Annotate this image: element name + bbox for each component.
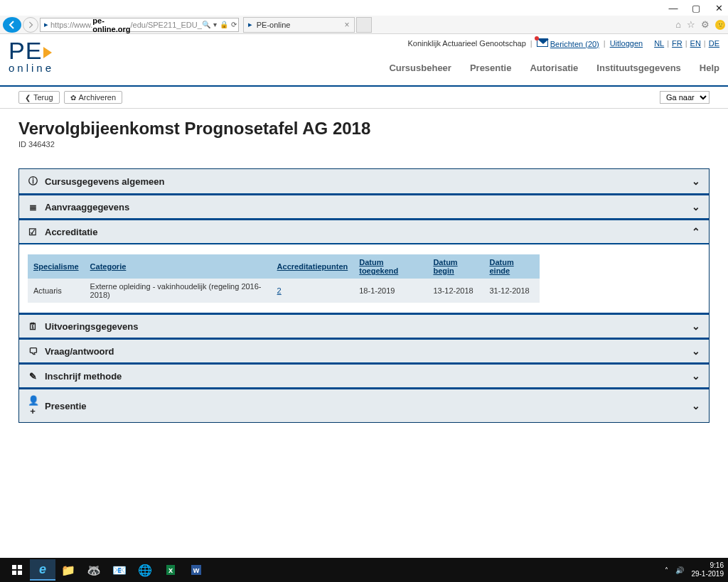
page-id: ID 346432 [18,140,710,149]
panel-inschrijfmethode[interactable]: ✎ Inschrijf methode ⌄ [19,362,709,387]
taskbar-clock[interactable]: 9:16 29-1-2019 [691,561,724,578]
panel-label: Inschrijf methode [45,371,122,382]
cell-einde: 31-12-2018 [483,279,540,303]
user-plus-icon: 👤+ [28,395,38,416]
url-controls: 🔍▾ 🔒 ⟳ [202,21,237,28]
taskbar-ie[interactable]: e [30,559,55,581]
url-www: www. [74,21,92,29]
col-specialisme[interactable]: Specialisme [28,254,85,279]
panel-presentie[interactable]: 👤+ Presentie ⌄ [19,387,709,422]
window-close-button[interactable]: ✕ [714,3,724,13]
goto-select[interactable]: Ga naar [660,91,710,104]
chevron-left-icon: ❮ [25,94,31,102]
start-button[interactable] [4,559,30,581]
logo-arrow-icon [43,47,52,58]
cell-punten: 2 [272,279,354,303]
taskbar-app-1[interactable]: 🦝 [81,559,107,581]
check-icon: ☑ [28,227,38,237]
col-einde[interactable]: Datum einde [483,254,540,279]
taskbar-word[interactable]: w [183,559,209,581]
chevron-down-icon: ⌄ [692,201,700,212]
col-toegekend[interactable]: Datum toegekend [353,254,427,279]
home-icon[interactable]: ⌂ [675,19,681,30]
panel-aanvraaggegevens[interactable]: ≣ Aanvraaggegevens ⌄ [19,193,709,218]
lang-fr[interactable]: FR [672,39,682,48]
url-path: /edu/SPE211_EDU_ [130,21,201,29]
list-icon: ≣ [28,202,38,212]
svg-rect-2 [12,571,16,575]
url-scheme: https:// [50,21,74,29]
accordion: ⓘ Cursusgegevens algemeen ⌄ ≣ Aanvraagge… [18,168,710,423]
browser-new-tab-button[interactable] [356,17,372,33]
punten-link[interactable]: 2 [277,286,282,295]
nav-instituutsgegevens[interactable]: Instituutsgegevens [596,63,680,73]
table-header-row: Specialisme Categorie Accreditatiepunten… [28,254,540,279]
app-header: PE online Koninklijk Actuarieel Genootsc… [0,34,728,87]
browser-url-bar[interactable]: ▸ https:// www. pe-online.org /edu/SPE21… [40,18,239,32]
info-icon: ⓘ [28,175,38,188]
panel-label: Accreditatie [45,227,97,237]
header-user-line: Koninklijk Actuarieel Genootschap | Beri… [407,38,719,48]
taskbar-tray: ˄ 🔊 9:16 29-1-2019 [665,561,724,578]
panel-label: Cursusgegevens algemeen [45,176,164,187]
search-icon[interactable]: 🔍 [202,21,210,28]
page-title: Vervolgbijeenkomst Prognosetafel AG 2018 [18,119,710,139]
windows-taskbar: e 📁 🦝 📧 🌐 x w ˄ 🔊 9:16 29-1-2019 [0,558,728,582]
cell-begin: 13-12-2018 [427,279,483,303]
window-minimize-button[interactable]: ― [668,3,678,13]
mail-icon [537,38,548,47]
panel-vraagantwoord[interactable]: 🗨 Vraag/antwoord ⌄ [19,338,709,362]
nav-help[interactable]: Help [700,63,719,73]
panel-accreditatie[interactable]: ☑ Accreditatie ⌃ [19,218,709,243]
chevron-down-icon: ⌄ [692,176,700,187]
calendar-icon: 🗓 [28,321,38,332]
chevron-down-icon: ⌄ [692,345,700,357]
logout-link[interactable]: Uitloggen [610,39,643,48]
panel-cursusgegevens[interactable]: ⓘ Cursusgegevens algemeen ⌄ [19,169,709,193]
tools-icon[interactable]: ⚙ [701,19,710,30]
col-begin[interactable]: Datum begin [427,254,483,279]
action-bar: ❮Terug ✿Archiveren Ga naar [0,87,728,109]
window-maximize-button[interactable]: ▢ [691,3,701,13]
lang-nl[interactable]: NL [654,39,664,48]
taskbar-excel[interactable]: x [158,559,183,581]
archive-button[interactable]: ✿Archiveren [64,91,123,104]
browser-toolbar: ▸ https:// www. pe-online.org /edu/SPE21… [0,16,728,34]
chat-icon: 🗨 [28,346,38,357]
refresh-icon[interactable]: ⟳ [231,21,237,28]
panel-label: Aanvraaggegevens [45,202,129,212]
tab-close-icon[interactable]: × [344,20,349,30]
nav-cursusbeheer[interactable]: Cursusbeheer [389,63,451,73]
accreditation-table: Specialisme Categorie Accreditatiepunten… [28,254,540,303]
tray-chevron-icon[interactable]: ˄ [665,566,668,574]
col-categorie[interactable]: Categorie [85,254,272,279]
messages-link[interactable]: Berichten (20) [537,38,599,48]
taskbar-outlook[interactable]: 📧 [107,559,132,581]
messages-label[interactable]: Berichten (20) [550,40,599,48]
lock-icon: 🔒 [220,21,228,28]
gear-icon: ✿ [70,94,76,102]
tab-title: PE-online [257,21,291,29]
organisation-name: Koninklijk Actuarieel Genootschap [407,39,525,48]
lang-en[interactable]: EN [690,39,701,48]
browser-forward-button[interactable] [23,17,38,33]
cell-categorie: Externe opleiding - vakinhoudelijk (rege… [85,279,272,303]
panel-uitvoeringsgegevens[interactable]: 🗓 Uitvoeringsgegevens ⌄ [19,313,709,338]
chevron-down-icon: ⌄ [692,400,700,411]
browser-back-button[interactable] [3,17,21,33]
col-punten[interactable]: Accreditatiepunten [272,254,354,279]
tray-volume-icon[interactable]: 🔊 [675,566,684,574]
favorites-icon[interactable]: ☆ [687,19,695,30]
nav-presentie[interactable]: Presentie [470,63,512,73]
back-button[interactable]: ❮Terug [18,91,60,104]
taskbar-explorer[interactable]: 📁 [55,559,81,581]
page-content: Vervolgbijeenkomst Prognosetafel AG 2018… [0,109,728,433]
url-host: pe-online.org [92,16,130,33]
taskbar-app-2[interactable]: 🌐 [132,559,158,581]
main-nav: Cursusbeheer Presentie Autorisatie Insti… [389,63,719,77]
feedback-icon[interactable]: 🙂 [715,20,725,30]
logo[interactable]: PE online [9,37,54,74]
nav-autorisatie[interactable]: Autorisatie [530,63,578,73]
lang-de[interactable]: DE [709,39,719,48]
browser-tab[interactable]: ▸ PE-online × [243,17,355,33]
